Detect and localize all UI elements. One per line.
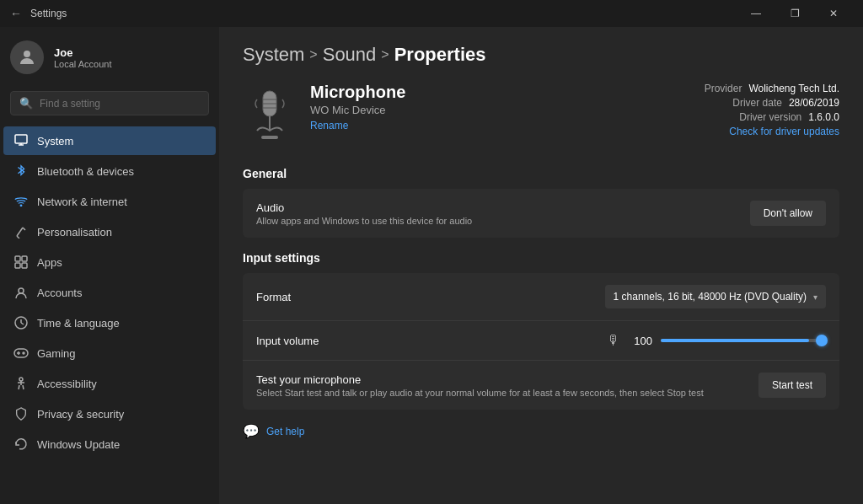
- gaming-icon: [13, 346, 29, 361]
- audio-row: Audio Allow apps and Windows to use this…: [243, 189, 839, 238]
- svg-rect-8: [15, 256, 20, 261]
- volume-slider[interactable]: [661, 339, 826, 342]
- svg-point-0: [24, 51, 30, 57]
- volume-handle[interactable]: [816, 335, 828, 346]
- user-type: Local Account: [54, 59, 112, 69]
- sidebar-label-time: Time & language: [37, 317, 120, 330]
- sidebar-item-accounts[interactable]: Accounts: [3, 278, 216, 307]
- sidebar-label-update: Windows Update: [37, 438, 120, 451]
- get-help-label: Get help: [266, 426, 304, 437]
- user-name: Joe: [54, 46, 112, 59]
- sidebar-item-apps[interactable]: Apps: [3, 248, 216, 276]
- driver-info: Provider Wolicheng Tech Ltd. Driver date…: [705, 83, 839, 137]
- audio-text: Audio Allow apps and Windows to use this…: [256, 201, 740, 226]
- test-mic-desc: Select Start test and talk or play audio…: [256, 388, 748, 398]
- mute-icon[interactable]: 🎙: [607, 333, 620, 348]
- driver-version-label: Driver version: [739, 111, 801, 123]
- breadcrumb-sound: Sound: [323, 44, 377, 66]
- sidebar-item-system[interactable]: System: [3, 126, 216, 155]
- rename-link[interactable]: Rename: [310, 120, 691, 131]
- driver-date-label: Driver date: [732, 97, 782, 109]
- close-button[interactable]: ✕: [814, 0, 853, 27]
- user-section: Joe Local Account: [0, 27, 219, 88]
- svg-line-23: [19, 385, 19, 389]
- user-info: Joe Local Account: [54, 46, 112, 69]
- breadcrumb-system: System: [243, 44, 304, 66]
- svg-point-4: [20, 205, 22, 206]
- microphone-image: [243, 83, 297, 150]
- sidebar-label-personalisation: Personalisation: [37, 226, 112, 239]
- input-settings-section-title: Input settings: [243, 251, 839, 265]
- sidebar-item-update[interactable]: Windows Update: [3, 430, 216, 458]
- format-dropdown[interactable]: 1 channels, 16 bit, 48000 Hz (DVD Qualit…: [605, 285, 826, 308]
- start-test-button[interactable]: Start test: [758, 373, 826, 398]
- search-box[interactable]: 🔍: [10, 91, 209, 115]
- breadcrumb-current: Properties: [394, 44, 486, 66]
- svg-rect-1: [15, 135, 27, 143]
- breadcrumb: System > Sound > Properties: [243, 44, 839, 66]
- provider-label: Provider: [705, 83, 742, 94]
- svg-point-12: [19, 288, 24, 293]
- get-help-icon: 💬: [243, 423, 260, 439]
- sidebar-item-privacy[interactable]: Privacy & security: [3, 399, 216, 428]
- svg-rect-16: [14, 349, 28, 357]
- minimize-button[interactable]: —: [737, 0, 775, 27]
- sidebar-item-personalisation[interactable]: Personalisation: [3, 217, 216, 246]
- driver-version-row: Driver version 1.6.0.0: [705, 111, 839, 123]
- sidebar-item-gaming[interactable]: Gaming: [3, 339, 216, 367]
- search-icon: 🔍: [19, 97, 33, 110]
- svg-rect-11: [22, 263, 27, 268]
- personalisation-icon: [13, 224, 29, 239]
- volume-number: 100: [629, 335, 652, 347]
- audio-label: Audio: [256, 201, 740, 214]
- check-driver-link[interactable]: Check for driver updates: [705, 126, 839, 137]
- general-section-title: General: [243, 167, 839, 180]
- breadcrumb-sep1: >: [309, 47, 317, 62]
- sidebar-item-time[interactable]: Time & language: [3, 308, 216, 337]
- sidebar-item-accessibility[interactable]: Accessibility: [3, 369, 216, 398]
- svg-point-20: [19, 378, 23, 381]
- input-settings-card: Format 1 channels, 16 bit, 48000 Hz (DVD…: [243, 273, 839, 410]
- main-layout: Joe Local Account 🔍 System Bluetooth & d…: [0, 27, 863, 504]
- driver-version-value: 1.6.0.0: [808, 111, 839, 123]
- avatar: [10, 40, 44, 74]
- sidebar-label-privacy: Privacy & security: [37, 408, 124, 421]
- volume-control: 🎙 100: [607, 333, 826, 348]
- chevron-down-icon: ▾: [813, 292, 817, 302]
- search-input[interactable]: [40, 98, 200, 110]
- sidebar-label-gaming: Gaming: [37, 347, 76, 360]
- test-mic-label: Test your microphone: [256, 373, 748, 386]
- svg-line-24: [23, 385, 24, 389]
- accounts-icon: [13, 285, 29, 300]
- svg-line-7: [17, 236, 19, 239]
- format-text: Format: [256, 291, 595, 303]
- device-header: Microphone WO Mic Device Rename Provider…: [243, 83, 839, 150]
- svg-point-19: [23, 352, 24, 354]
- breadcrumb-sep2: >: [381, 47, 389, 62]
- format-label: Format: [256, 291, 595, 303]
- get-help-link[interactable]: 💬 Get help: [243, 423, 839, 439]
- maximize-button[interactable]: ❐: [775, 0, 814, 27]
- privacy-icon: [13, 406, 29, 421]
- sidebar-label-accounts: Accounts: [37, 287, 82, 299]
- accessibility-icon: [13, 376, 29, 391]
- sidebar: Joe Local Account 🔍 System Bluetooth & d…: [0, 27, 219, 504]
- provider-value: Wolicheng Tech Ltd.: [748, 83, 839, 94]
- svg-rect-9: [22, 256, 27, 261]
- driver-date-value: 28/06/2019: [789, 97, 839, 109]
- input-volume-text: Input volume: [256, 335, 597, 347]
- svg-rect-10: [15, 263, 20, 268]
- sidebar-item-bluetooth[interactable]: Bluetooth & devices: [3, 157, 216, 185]
- titlebar: ← Settings — ❐ ✕: [0, 0, 863, 27]
- input-volume-row: Input volume 🎙 100: [243, 321, 839, 361]
- volume-fill: [661, 339, 809, 342]
- time-icon: [13, 315, 29, 330]
- svg-rect-29: [261, 136, 278, 139]
- dont-allow-button[interactable]: Don't allow: [750, 201, 826, 226]
- sidebar-item-network[interactable]: Network & internet: [3, 187, 216, 216]
- apps-icon: [13, 255, 29, 270]
- sidebar-label-accessibility: Accessibility: [37, 378, 97, 390]
- window-controls: — ❐ ✕: [737, 0, 853, 27]
- system-icon: [13, 133, 29, 148]
- back-button[interactable]: ←: [10, 7, 22, 20]
